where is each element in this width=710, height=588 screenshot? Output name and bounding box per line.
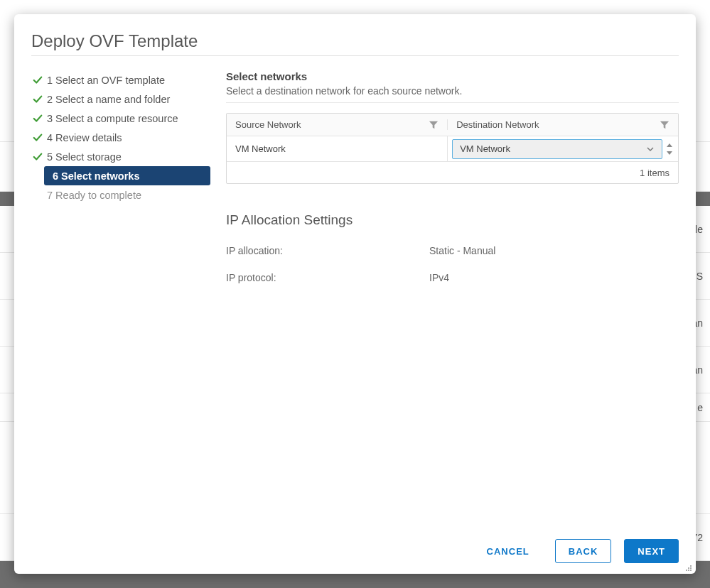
section-title: Select networks xyxy=(226,70,679,82)
svg-rect-6 xyxy=(688,570,689,571)
col-header-destination-network[interactable]: Destination Network xyxy=(448,119,678,130)
check-icon xyxy=(31,112,44,125)
table-footer: 1 items xyxy=(227,162,678,183)
svg-marker-1 xyxy=(660,121,669,129)
modal-header: Deploy OVF Template xyxy=(14,14,696,62)
step-review-details[interactable]: 4 Review details xyxy=(27,128,210,147)
modal-title: Deploy OVF Template xyxy=(31,31,679,56)
step-select-compute-resource[interactable]: 3 Select a compute resource xyxy=(27,109,210,128)
step-content: Select networks Select a destination net… xyxy=(210,67,679,528)
stepper-down-icon[interactable] xyxy=(667,151,672,155)
filter-icon[interactable] xyxy=(660,120,669,130)
network-mapping-table: Source Network Destination Network xyxy=(226,113,679,184)
modal-body: 1 Select an OVF template 2 Select a name… xyxy=(14,62,696,528)
destination-network-cell: VM Network xyxy=(448,136,678,161)
svg-rect-7 xyxy=(690,570,692,571)
svg-rect-5 xyxy=(686,570,687,571)
check-icon xyxy=(31,151,44,163)
wizard-steps: 1 Select an OVF template 2 Select a name… xyxy=(27,67,210,528)
cancel-button[interactable]: CANCEL xyxy=(474,539,542,563)
ip-allocation-label: IP allocation: xyxy=(226,245,429,256)
ip-protocol-row: IP protocol: IPv4 xyxy=(226,272,679,283)
table-row: VM Network VM Network xyxy=(227,136,678,162)
step-select-ovf-template[interactable]: 1 Select an OVF template xyxy=(27,70,210,89)
row-stepper xyxy=(664,143,675,155)
step-select-name-folder[interactable]: 2 Select a name and folder xyxy=(27,89,210,109)
back-button[interactable]: BACK xyxy=(555,539,612,563)
ip-allocation-row: IP allocation: Static - Manual xyxy=(226,245,679,256)
col-header-label: Destination Network xyxy=(456,119,539,130)
step-select-storage[interactable]: 5 Select storage xyxy=(27,147,210,166)
table-item-count: 1 items xyxy=(640,168,669,178)
dropdown-value: VM Network xyxy=(460,143,510,154)
ip-settings-title: IP Allocation Settings xyxy=(226,212,679,228)
check-icon xyxy=(31,74,44,87)
svg-rect-3 xyxy=(688,567,689,569)
step-select-networks[interactable]: 6 Select networks xyxy=(44,166,210,185)
step-ready-to-complete: 7 Ready to complete xyxy=(27,185,210,205)
svg-rect-2 xyxy=(690,565,692,567)
col-header-source-network[interactable]: Source Network xyxy=(227,119,448,130)
source-network-value: VM Network xyxy=(235,143,286,154)
stepper-up-icon[interactable] xyxy=(667,143,672,147)
check-icon xyxy=(31,131,44,144)
svg-rect-4 xyxy=(690,567,692,569)
deploy-ovf-modal: Deploy OVF Template 1 Select an OVF temp… xyxy=(14,14,696,574)
step-label: 3 Select a compute resource xyxy=(47,113,178,124)
ip-allocation-settings: IP Allocation Settings IP allocation: St… xyxy=(226,212,679,283)
chevron-down-icon xyxy=(646,145,655,153)
step-label: 7 Ready to complete xyxy=(47,190,141,201)
col-header-label: Source Network xyxy=(235,119,301,130)
check-icon xyxy=(31,93,44,106)
filter-icon[interactable] xyxy=(429,120,439,130)
step-label: 4 Review details xyxy=(47,132,122,143)
section-subtitle: Select a destination network for each so… xyxy=(226,85,679,103)
resize-grip-icon[interactable] xyxy=(684,562,693,571)
bg-text: e xyxy=(697,402,703,413)
next-button[interactable]: NEXT xyxy=(624,539,679,563)
step-label: 5 Select storage xyxy=(47,151,122,163)
ip-allocation-value: Static - Manual xyxy=(429,245,679,256)
step-label: 2 Select a name and folder xyxy=(47,94,170,105)
svg-marker-0 xyxy=(429,121,438,129)
step-label: 6 Select networks xyxy=(53,170,140,182)
table-header-row: Source Network Destination Network xyxy=(227,114,678,136)
ip-protocol-value: IPv4 xyxy=(429,272,679,283)
modal-footer: CANCEL BACK NEXT xyxy=(14,528,696,574)
source-network-cell: VM Network xyxy=(227,136,448,161)
ip-protocol-label: IP protocol: xyxy=(226,272,429,283)
step-label: 1 Select an OVF template xyxy=(47,75,165,86)
destination-network-dropdown[interactable]: VM Network xyxy=(452,139,662,159)
